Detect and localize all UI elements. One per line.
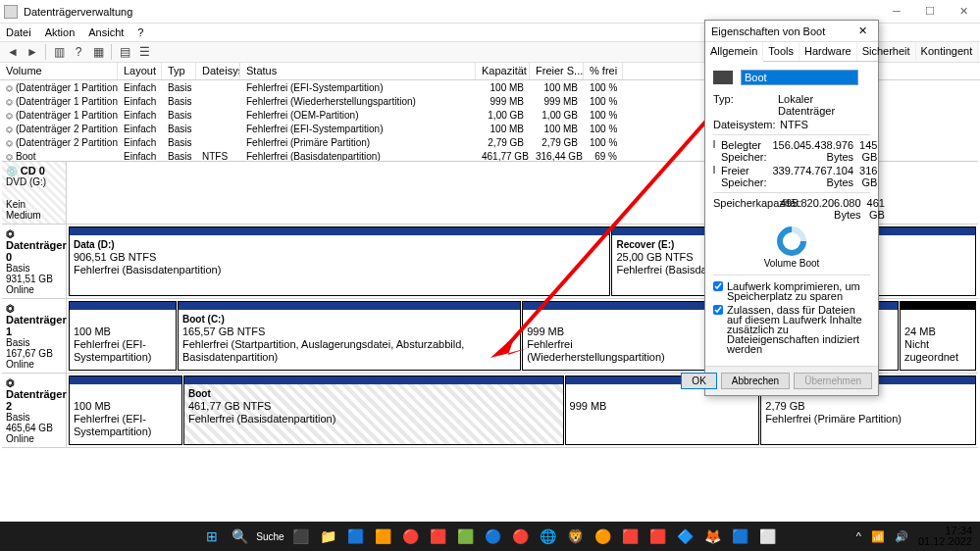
col-fs[interactable]: Dateisystem: [196, 63, 240, 79]
tray-wifi-icon[interactable]: 📶: [871, 530, 885, 543]
apply-button[interactable]: Übernehmen: [794, 373, 872, 389]
app-icon-10[interactable]: 🟦: [730, 526, 751, 547]
menu-help[interactable]: ?: [137, 26, 143, 38]
grid-icon[interactable]: ▦: [89, 43, 107, 61]
app-icon-8[interactable]: 🟥: [620, 526, 642, 547]
panel-icon[interactable]: ▥: [50, 43, 68, 61]
col-free[interactable]: Freier S...: [530, 63, 584, 79]
partition-highlighted[interactable]: Boot461,77 GB NTFSFehlerfrei (Basisdaten…: [183, 376, 564, 445]
tab-allgemein[interactable]: Allgemein: [705, 42, 763, 62]
app-icon-4[interactable]: 🟥: [428, 526, 449, 547]
tray-volume-icon[interactable]: 🔊: [895, 530, 908, 543]
refresh-icon[interactable]: ▤: [116, 43, 133, 61]
properties-dialog: Eigenschaften von Boot ✕ Allgemein Tools…: [704, 20, 879, 396]
tab-sicherheit[interactable]: Sicherheit: [857, 42, 916, 61]
menu-action[interactable]: Aktion: [45, 26, 76, 38]
filezilla-icon[interactable]: 🟥: [647, 526, 669, 547]
start-icon[interactable]: ⊞: [201, 526, 223, 547]
usage-donut: [771, 221, 812, 262]
partition[interactable]: 999 MBFehlerfrei (Wiederherstellungspart…: [522, 301, 709, 371]
window-title: Datenträgerverwaltung: [24, 6, 132, 18]
tab-tools[interactable]: Tools: [763, 42, 799, 61]
col-status[interactable]: Status: [240, 63, 476, 79]
dialog-title: Eigenschaften von Boot: [711, 25, 825, 37]
ok-button[interactable]: OK: [681, 373, 716, 389]
taskview-icon[interactable]: ⬛: [290, 526, 312, 547]
col-typ[interactable]: Typ: [162, 63, 196, 79]
app-icon: [4, 5, 18, 19]
app-icon-2[interactable]: 🟧: [373, 526, 394, 547]
partition[interactable]: Boot (C:)165,57 GB NTFSFehlerfrei (Start…: [178, 301, 521, 371]
app-icon-7[interactable]: 🟠: [593, 526, 614, 547]
compress-checkbox[interactable]: Laufwerk komprimieren, um Speicherplatz …: [713, 281, 870, 301]
drive-icon: [713, 71, 733, 84]
maximize-button[interactable]: ☐: [913, 0, 947, 22]
partition[interactable]: Data (D:)906,51 GB NTFSFehlerfrei (Basis…: [69, 226, 610, 296]
forward-icon[interactable]: ►: [24, 43, 41, 61]
app-icon-3[interactable]: 🔴: [400, 526, 422, 547]
close-button[interactable]: ✕: [947, 0, 980, 22]
brave-icon[interactable]: 🦁: [565, 526, 587, 547]
search-icon[interactable]: 🔍: [229, 526, 250, 547]
menu-file[interactable]: Datei: [6, 26, 31, 38]
partition[interactable]: 100 MBFehlerfrei (EFI-Systempartition): [69, 301, 177, 371]
partition[interactable]: 100 MBFehlerfrei (EFI-Systempartition): [69, 376, 182, 445]
taskbar[interactable]: ⊞ 🔍 Suche ⬛ 📁 🟦 🟧 🔴 🟥 🟩 🔵 🔴 🌐 🦁 🟠 🟥 🟥 🔷 …: [0, 522, 980, 551]
col-pct[interactable]: % frei: [584, 63, 623, 79]
col-cap[interactable]: Kapazität: [476, 63, 530, 79]
minimize-button[interactable]: ─: [880, 0, 913, 22]
col-volume[interactable]: Volume: [0, 63, 118, 79]
dialog-close-icon[interactable]: ✕: [852, 25, 872, 37]
col-layout[interactable]: Layout: [118, 63, 162, 79]
menu-view[interactable]: Ansicht: [88, 26, 124, 38]
help-icon[interactable]: ?: [70, 43, 87, 61]
tab-hardware[interactable]: Hardware: [799, 42, 857, 61]
partition-unallocated[interactable]: 24 MBNicht zugeordnet: [900, 301, 976, 371]
back-icon[interactable]: ◄: [4, 43, 22, 61]
chrome-icon[interactable]: 🌐: [538, 526, 559, 547]
app-icon-9[interactable]: 🔷: [675, 526, 696, 547]
firefox-icon[interactable]: 🦊: [702, 526, 724, 547]
opera-icon[interactable]: 🔴: [510, 526, 532, 547]
app-icon-1[interactable]: 🟦: [345, 526, 367, 547]
cancel-button[interactable]: Abbrechen: [721, 373, 790, 389]
explorer-icon[interactable]: 📁: [318, 526, 339, 547]
props-icon[interactable]: ☰: [135, 43, 153, 61]
clock[interactable]: 17:34 01.12.2022: [918, 526, 972, 547]
tray-chevron-icon[interactable]: ^: [856, 530, 861, 542]
volume-name-input[interactable]: Boot: [741, 70, 858, 85]
app-icon-6[interactable]: 🔵: [483, 526, 504, 547]
tab-kontingent[interactable]: Kontingent: [916, 42, 979, 61]
index-checkbox[interactable]: Zulassen, dass für Dateien auf diesem La…: [713, 305, 870, 354]
app-icon-5[interactable]: 🟩: [455, 526, 477, 547]
app-icon-11[interactable]: ⬜: [757, 526, 779, 547]
dialog-tabs: Allgemein Tools Hardware Sicherheit Kont…: [705, 42, 878, 62]
